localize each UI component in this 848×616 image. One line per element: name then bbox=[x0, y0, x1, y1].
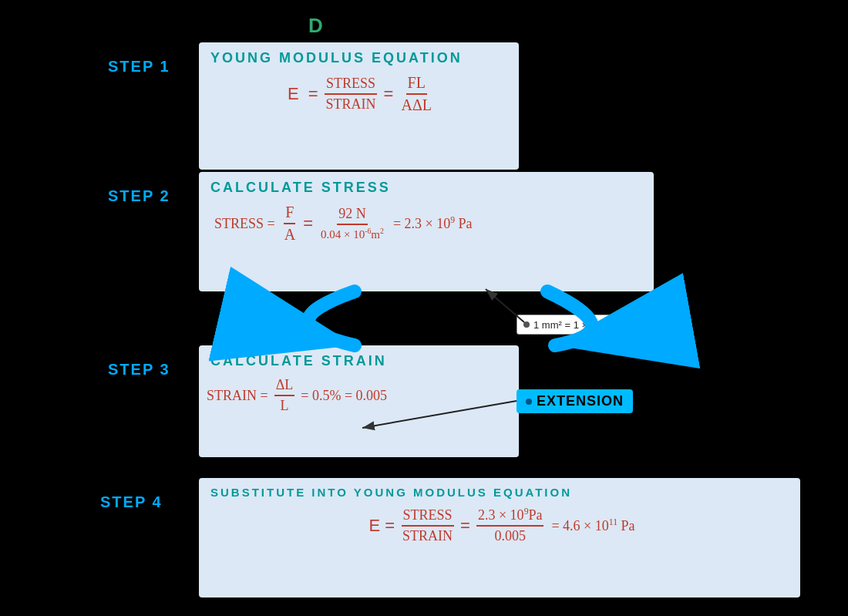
step1-box: YOUNG MODULUS EQUATION E = STRESS STRAIN… bbox=[199, 42, 519, 170]
mm2-text: 1 mm² = 1 × 10-6 m² bbox=[533, 318, 621, 331]
step3-label: STEP 3 bbox=[108, 361, 170, 379]
step4-box: SUBSTITUTE INTO YOUNG MODULUS EQUATION E… bbox=[199, 478, 800, 597]
extension-tag: EXTENSION bbox=[517, 389, 633, 413]
step3-title: CALCULATE STRAIN bbox=[199, 345, 519, 373]
extension-text: EXTENSION bbox=[537, 393, 624, 409]
d-label: D bbox=[308, 14, 323, 38]
step3-formula: STRAIN = ΔL L = 0.5% = 0.005 bbox=[199, 373, 519, 422]
mm2-annotation: 1 mm² = 1 × 10-6 m² bbox=[517, 315, 628, 335]
step4-title: SUBSTITUTE INTO YOUNG MODULUS EQUATION bbox=[199, 478, 800, 503]
step2-formula: STRESS = F A = 92 N 0.04 × 10-6m2 = 2.3 … bbox=[199, 200, 654, 251]
step4-formula: E = STRESS STRAIN = 2.3 × 109Pa 0.005 = … bbox=[199, 503, 800, 552]
page: D STEP 1 YOUNG MODULUS EQUATION E = STRE… bbox=[0, 0, 848, 616]
step1-formula: E = STRESS STRAIN = FL AΔL bbox=[199, 70, 519, 122]
step2-label: STEP 2 bbox=[108, 187, 170, 205]
step1-title: YOUNG MODULUS EQUATION bbox=[199, 42, 519, 70]
step2-box: CALCULATE STRESS STRESS = F A = 92 N 0.0… bbox=[199, 172, 654, 291]
step3-box: CALCULATE STRAIN STRAIN = ΔL L = 0.5% = … bbox=[199, 345, 519, 457]
step4-label: STEP 4 bbox=[100, 493, 163, 511]
step2-title: CALCULATE STRESS bbox=[199, 172, 654, 200]
step1-label: STEP 1 bbox=[108, 58, 170, 76]
